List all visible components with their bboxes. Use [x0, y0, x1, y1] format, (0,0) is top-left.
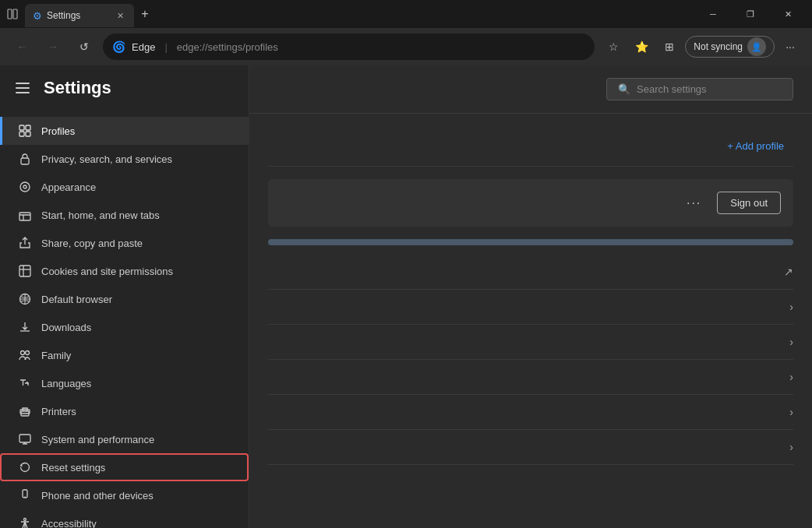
more-options-button[interactable]: ···: [778, 34, 803, 59]
window-controls: ─ ❐ ✕: [695, 0, 806, 28]
share-icon: [18, 236, 32, 250]
sync-button[interactable]: Not syncing 👤: [685, 36, 775, 58]
settings-tab-icon: ⚙: [33, 10, 42, 22]
svg-rect-9: [19, 213, 30, 220]
phone-icon: [18, 488, 32, 502]
chevron-right-icon-2: ›: [789, 336, 793, 348]
sidebar-item-privacy[interactable]: Privacy, search, and services: [0, 145, 249, 173]
sidebar-item-share[interactable]: Share, copy and paste: [0, 229, 249, 257]
sidebar: Settings Profiles: [0, 65, 249, 528]
section-row-2[interactable]: ›: [268, 290, 793, 325]
section-row-6[interactable]: ›: [268, 430, 793, 465]
sign-out-button[interactable]: Sign out: [717, 192, 781, 214]
external-link-icon: ↗: [784, 266, 793, 278]
svg-point-15: [26, 351, 30, 355]
svg-rect-3: [26, 125, 30, 130]
tab-close-button[interactable]: ✕: [114, 9, 126, 22]
refresh-button[interactable]: ↺: [72, 34, 97, 59]
svg-rect-2: [19, 125, 24, 130]
menu-icon[interactable]: [16, 79, 34, 97]
forward-button[interactable]: →: [41, 34, 65, 59]
search-settings-box[interactable]: 🔍 Search settings: [606, 78, 793, 100]
favorites-icon[interactable]: ☆: [601, 34, 626, 59]
sidebar-item-cookies[interactable]: Cookies and site permissions: [0, 257, 249, 285]
svg-point-7: [20, 182, 30, 192]
sidebar-item-downloads[interactable]: Downloads: [0, 313, 249, 341]
add-profile-button[interactable]: + Add profile: [718, 136, 793, 157]
section-row-1[interactable]: ↗: [268, 255, 793, 290]
add-profile-row: + Add profile: [268, 126, 793, 167]
sidebar-item-profiles[interactable]: Profiles: [0, 117, 249, 145]
tab-bar: ⚙ Settings ✕ +: [25, 0, 689, 28]
section-row-3[interactable]: ›: [268, 325, 793, 360]
chevron-right-icon-3: ›: [789, 371, 793, 383]
svg-rect-0: [8, 9, 12, 19]
sidebar-item-languages[interactable]: Languages: [0, 369, 249, 397]
chevron-right-icon-5: ›: [789, 441, 793, 453]
sidebar-item-family[interactable]: Family: [0, 341, 249, 369]
chevron-right-icon-1: ›: [789, 301, 793, 313]
family-icon: [18, 348, 32, 362]
sidebar-nav: Profiles Privacy, search, and services: [0, 111, 249, 528]
sidebar-item-start-home[interactable]: Start, home, and new tabs: [0, 201, 249, 229]
address-domain: Edge: [132, 41, 155, 53]
svg-rect-18: [19, 435, 30, 442]
svg-rect-1: [13, 9, 17, 19]
settings-title: Settings: [44, 78, 111, 98]
sidebar-item-phone[interactable]: Phone and other devices: [0, 481, 249, 509]
sidebar-item-system-label: System and performance: [41, 434, 154, 445]
languages-icon: [18, 376, 32, 390]
sidebar-item-default-browser[interactable]: Default browser: [0, 285, 249, 313]
sidebar-item-system[interactable]: System and performance: [0, 425, 249, 453]
sidebar-item-downloads-label: Downloads: [41, 322, 91, 333]
sidebar-item-appearance-label: Appearance: [41, 181, 96, 193]
default-browser-icon: [18, 292, 32, 306]
maximize-button[interactable]: ❐: [733, 0, 768, 28]
sidebar-item-accessibility[interactable]: Accessibility: [0, 509, 249, 528]
settings-tab[interactable]: ⚙ Settings ✕: [25, 4, 134, 27]
sidebar-item-accessibility-label: Accessibility: [41, 518, 97, 529]
profiles-icon: [18, 124, 32, 138]
avatar: 👤: [747, 37, 766, 56]
cookies-icon: [18, 264, 32, 278]
collections-icon[interactable]: ⭐: [629, 34, 654, 59]
address-bar[interactable]: 🌀 Edge | edge://settings/profiles: [103, 33, 595, 60]
nav-actions: ☆ ⭐ ⊞ Not syncing 👤 ···: [601, 34, 803, 59]
sidebar-item-printers-label: Printers: [41, 406, 76, 417]
sidebar-item-share-label: Share, copy and paste: [41, 238, 143, 249]
appearance-icon: [18, 180, 32, 194]
navbar: ← → ↺ 🌀 Edge | edge://settings/profiles …: [0, 28, 812, 65]
sidebar-item-reset-label: Reset settings: [41, 462, 105, 473]
svg-rect-5: [26, 132, 30, 136]
svg-point-8: [23, 185, 26, 188]
menu-line-1: [16, 83, 30, 84]
downloads-icon: [18, 320, 32, 334]
new-tab-button[interactable]: +: [134, 3, 156, 25]
sidebar-toggle-icon[interactable]: [6, 8, 19, 20]
sidebar-header: Settings: [0, 65, 249, 111]
back-button[interactable]: ←: [9, 34, 34, 59]
section-row-4[interactable]: ›: [268, 360, 793, 395]
sidebar-item-privacy-label: Privacy, search, and services: [41, 153, 172, 165]
profile-more-options-button[interactable]: ···: [680, 193, 708, 213]
sidebar-item-languages-label: Languages: [41, 378, 91, 389]
sidebar-item-reset[interactable]: Reset settings: [0, 453, 249, 481]
minimize-button[interactable]: ─: [695, 0, 731, 28]
menu-line-3: [16, 92, 30, 93]
workspaces-icon[interactable]: ⊞: [657, 34, 682, 59]
svg-point-14: [21, 351, 25, 355]
close-button[interactable]: ✕: [770, 0, 806, 28]
section-row-5[interactable]: ›: [268, 395, 793, 430]
sync-label: Not syncing: [694, 41, 743, 52]
start-home-icon: [18, 208, 32, 222]
sidebar-item-default-browser-label: Default browser: [41, 294, 112, 305]
titlebar: ⚙ Settings ✕ + ─ ❐ ✕: [0, 0, 812, 28]
svg-rect-6: [21, 158, 29, 164]
svg-point-20: [24, 496, 25, 497]
content-body: + Add profile ··· Sign out ↗ › › ›: [249, 114, 812, 477]
sidebar-item-cookies-label: Cookies and site permissions: [41, 266, 173, 277]
content-area: 🔍 Search settings + Add profile ··· Sign…: [249, 65, 812, 528]
sidebar-item-appearance[interactable]: Appearance: [0, 173, 249, 201]
sidebar-item-phone-label: Phone and other devices: [41, 490, 154, 502]
sidebar-item-printers[interactable]: Printers: [0, 397, 249, 425]
